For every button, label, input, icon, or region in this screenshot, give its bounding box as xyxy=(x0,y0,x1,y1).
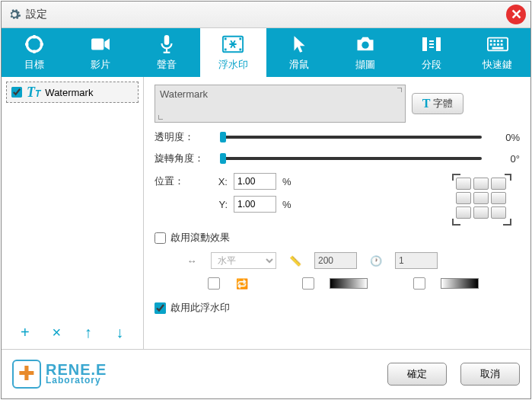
svg-rect-17 xyxy=(493,43,495,46)
svg-point-8 xyxy=(362,42,368,49)
target-icon xyxy=(24,34,45,55)
settings-window: 設定 ✕ 目標 影片 聲音 浮水印 滑鼠 擷圖 分段 xyxy=(1,1,531,399)
svg-rect-7 xyxy=(239,49,241,51)
watermark-list: TT Watermark + × ↑ ↓ xyxy=(2,77,144,349)
rotation-value: 0° xyxy=(494,153,520,165)
window-title: 設定 xyxy=(26,8,47,21)
svg-rect-19 xyxy=(500,43,502,46)
anchor-tc[interactable] xyxy=(473,178,489,190)
enable-watermark-checkbox[interactable] xyxy=(155,302,166,314)
scroll-effect-checkbox[interactable] xyxy=(155,232,166,244)
x-label: X: xyxy=(214,176,228,187)
opacity-value: 0% xyxy=(494,132,520,143)
anchor-mc[interactable] xyxy=(473,192,489,204)
close-icon[interactable]: ✕ xyxy=(506,5,526,24)
anchor-br[interactable] xyxy=(491,206,506,219)
x-input[interactable] xyxy=(234,173,276,190)
svg-rect-9 xyxy=(422,37,427,51)
video-icon xyxy=(90,34,111,55)
svg-rect-16 xyxy=(489,43,492,46)
tab-segment[interactable]: 分段 xyxy=(398,28,464,77)
tab-screenshot[interactable]: 擷圖 xyxy=(332,28,398,77)
text-type-icon: TT xyxy=(27,85,40,99)
microphone-icon xyxy=(156,34,177,55)
segment-icon xyxy=(421,34,442,55)
opacity-label: 透明度： xyxy=(155,130,208,144)
direction-icon: ↔ xyxy=(185,254,199,267)
tab-hotkey[interactable]: 快速鍵 xyxy=(464,28,530,77)
svg-rect-13 xyxy=(493,40,495,42)
opacity-slider[interactable] xyxy=(220,136,482,139)
anchor-bc[interactable] xyxy=(473,206,489,219)
rotation-label: 旋轉角度： xyxy=(155,152,208,165)
distance-input[interactable] xyxy=(314,252,357,269)
fade-out-icon xyxy=(441,278,479,289)
direction-select[interactable]: 水平 xyxy=(211,252,276,269)
font-button[interactable]: T 字體 xyxy=(412,93,464,114)
svg-rect-14 xyxy=(497,40,499,42)
svg-rect-15 xyxy=(500,40,502,42)
ruler-icon: 📏 xyxy=(288,254,302,267)
svg-rect-1 xyxy=(91,38,104,50)
svg-rect-5 xyxy=(239,38,241,40)
anchor-mr[interactable] xyxy=(491,192,506,204)
svg-rect-12 xyxy=(489,40,492,42)
tab-target[interactable]: 目標 xyxy=(2,28,68,77)
tab-video[interactable]: 影片 xyxy=(68,28,134,77)
watermark-icon xyxy=(222,34,244,55)
tabbar: 目標 影片 聲音 浮水印 滑鼠 擷圖 分段 快速鍵 xyxy=(2,28,530,77)
list-item-checkbox[interactable] xyxy=(11,87,22,98)
y-label: Y: xyxy=(214,199,228,210)
list-item-label: Watermark xyxy=(45,87,93,98)
svg-point-0 xyxy=(27,37,43,52)
svg-rect-20 xyxy=(492,47,503,50)
add-button[interactable]: + xyxy=(14,323,36,341)
loop-checkbox[interactable] xyxy=(208,277,220,290)
cursor-icon xyxy=(288,34,310,55)
svg-rect-4 xyxy=(225,38,227,40)
content-area: TT Watermark + × ↑ ↓ Watermark T 字體 xyxy=(2,77,530,350)
titlebar: 設定 ✕ xyxy=(2,2,530,28)
keyboard-icon xyxy=(487,34,508,55)
time-input[interactable] xyxy=(395,252,438,269)
tab-audio[interactable]: 聲音 xyxy=(134,28,200,77)
scroll-effect-label: 啟用滾動效果 xyxy=(170,231,230,245)
footer: RENE.E Laboratory 確定 取消 xyxy=(2,350,530,398)
svg-rect-10 xyxy=(436,37,441,51)
loop-icon: 🔁 xyxy=(235,277,249,290)
fade1-checkbox[interactable] xyxy=(302,277,314,290)
list-toolbar: + × ↑ ↓ xyxy=(6,320,139,344)
rotation-slider[interactable] xyxy=(220,157,482,160)
svg-rect-6 xyxy=(225,49,227,51)
svg-rect-18 xyxy=(497,43,499,46)
y-input[interactable] xyxy=(234,196,276,213)
anchor-tl[interactable] xyxy=(456,178,471,190)
move-down-button[interactable]: ↓ xyxy=(109,323,130,341)
remove-button[interactable]: × xyxy=(46,323,67,341)
move-up-button[interactable]: ↑ xyxy=(78,323,99,341)
anchor-bl[interactable] xyxy=(456,206,471,219)
clock-icon: 🕐 xyxy=(369,254,383,267)
anchor-ml[interactable] xyxy=(456,192,471,204)
anchor-tr[interactable] xyxy=(491,178,506,190)
ok-button[interactable]: 確定 xyxy=(387,363,447,386)
list-item[interactable]: TT Watermark xyxy=(6,82,139,103)
fade2-checkbox[interactable] xyxy=(413,277,425,290)
settings-panel: Watermark T 字體 透明度： 0% 旋轉角度： 0° xyxy=(144,77,530,349)
enable-watermark-label: 啟用此浮水印 xyxy=(170,301,230,315)
camera-icon xyxy=(355,34,376,55)
logo-icon xyxy=(12,360,41,389)
position-label: 位置： xyxy=(155,174,208,188)
watermark-text-input[interactable]: Watermark xyxy=(155,85,406,123)
gear-icon xyxy=(8,8,21,21)
cancel-button[interactable]: 取消 xyxy=(460,363,520,386)
text-icon: T xyxy=(422,97,431,110)
svg-rect-2 xyxy=(164,35,170,45)
anchor-picker xyxy=(451,173,512,226)
brand-logo: RENE.E Laboratory xyxy=(12,360,107,389)
tab-mouse[interactable]: 滑鼠 xyxy=(266,28,333,77)
tab-watermark[interactable]: 浮水印 xyxy=(200,28,266,77)
fade-in-icon xyxy=(330,278,368,289)
